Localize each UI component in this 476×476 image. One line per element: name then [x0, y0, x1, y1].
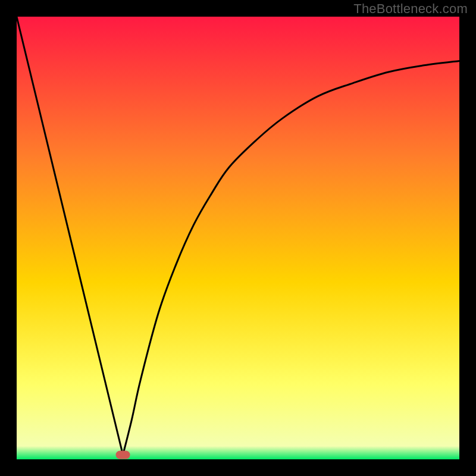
- watermark-text: TheBottleneck.com: [353, 1, 468, 17]
- minimum-marker: [116, 451, 130, 459]
- bottleneck-chart: [0, 0, 476, 476]
- plot-area: [17, 17, 459, 459]
- chart-container: { "watermark": "TheBottleneck.com", "cha…: [0, 0, 476, 476]
